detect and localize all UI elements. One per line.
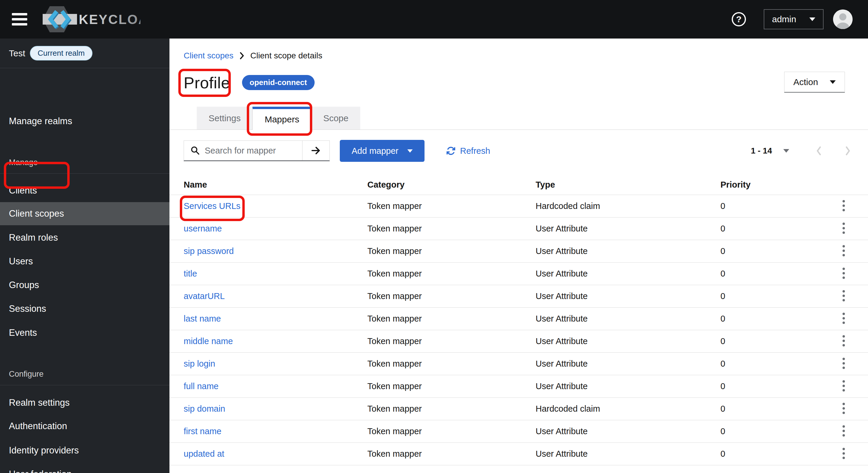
table-row: titleToken mapperUser Attribute0 (169, 262, 868, 285)
table-row: sip passwordToken mapperUser Attribute0 (169, 240, 868, 262)
row-kebab-menu-button[interactable] (839, 243, 848, 259)
breadcrumb-link-client-scopes[interactable]: Client scopes (184, 51, 234, 60)
row-kebab-menu-button[interactable] (839, 379, 848, 394)
tab-mappers[interactable]: Mappers (252, 107, 311, 130)
action-dropdown[interactable]: Action (784, 72, 845, 93)
row-kebab-menu-button[interactable] (839, 356, 848, 372)
tab-settings[interactable]: Settings (197, 107, 252, 130)
mapper-priority: 0 (706, 442, 825, 465)
table-row: Services URLsToken mapperHardcoded claim… (169, 195, 868, 217)
column-header-actions (825, 175, 868, 195)
mapper-priority: 0 (706, 420, 825, 442)
row-kebab-menu-button[interactable] (839, 311, 848, 327)
mapper-link[interactable]: updated at (184, 449, 224, 459)
chevron-down-icon (407, 149, 413, 153)
sidebar-item-client-scopes[interactable]: Client scopes (0, 202, 169, 225)
row-kebab-menu-button[interactable] (839, 446, 848, 462)
mapper-link[interactable]: last name (184, 314, 221, 323)
mapper-link[interactable]: first name (184, 426, 221, 436)
tab-scope[interactable]: Scope (311, 107, 360, 130)
avatar[interactable] (833, 9, 852, 29)
mapper-link[interactable]: sip password (184, 246, 234, 256)
row-kebab-menu-button[interactable] (839, 198, 848, 214)
row-kebab-menu-button[interactable] (839, 288, 848, 304)
table-row: first nameToken mapperUser Attribute0 (169, 420, 868, 442)
kebab-icon (842, 290, 845, 302)
row-kebab-menu-button[interactable] (839, 401, 848, 417)
sidebar-item-authentication[interactable]: Authentication (0, 415, 169, 438)
sidebar-item-users[interactable]: Users (0, 250, 169, 273)
kebab-icon (842, 312, 845, 325)
table-row: full nameToken mapperUser Attribute0 (169, 375, 868, 397)
tab-bar: Settings Mappers Scope (169, 107, 868, 130)
sidebar-item-events[interactable]: Events (0, 321, 169, 344)
mapper-type: User Attribute (521, 240, 706, 262)
pagination-options-toggle[interactable] (783, 149, 789, 153)
chevron-down-icon (830, 80, 836, 84)
mapper-priority: 0 (706, 262, 825, 285)
sidebar-item-realm-settings[interactable]: Realm settings (0, 391, 169, 414)
user-menu[interactable]: admin (764, 9, 824, 29)
sidebar-item-groups[interactable]: Groups (0, 273, 169, 297)
pagination-next-button[interactable] (844, 146, 851, 156)
mapper-link[interactable]: sip login (184, 359, 215, 368)
row-kebab-menu-button[interactable] (839, 333, 848, 349)
svg-text:?: ? (736, 14, 742, 24)
mapper-category: Token mapper (353, 307, 521, 330)
row-kebab-menu-button[interactable] (839, 423, 848, 439)
sidebar-item-realm-roles[interactable]: Realm roles (0, 226, 169, 249)
mapper-link[interactable]: Services URLs (184, 201, 241, 211)
user-menu-label: admin (772, 14, 796, 24)
mapper-category: Token mapper (353, 442, 521, 465)
mapper-link[interactable]: avatarURL (184, 291, 225, 301)
sidebar-section-manage: Manage (0, 152, 169, 174)
mapper-type: User Attribute (521, 375, 706, 397)
sidebar-item-clients[interactable]: Clients (0, 179, 169, 202)
mapper-category: Token mapper (353, 217, 521, 240)
column-header-type: Type (521, 175, 706, 195)
mapper-category: Token mapper (353, 420, 521, 442)
mapper-type: User Attribute (521, 217, 706, 240)
kebab-icon (842, 334, 845, 347)
kebab-icon (842, 267, 845, 279)
search-input[interactable] (204, 146, 302, 156)
page-title: Profile (184, 73, 230, 92)
kebab-icon (842, 402, 845, 415)
sidebar-item-user-federation[interactable]: User federation (0, 463, 169, 473)
search-submit-button[interactable] (302, 141, 330, 160)
mapper-category: Token mapper (353, 195, 521, 217)
nav-toggle-button[interactable] (12, 12, 27, 26)
mapper-link[interactable]: full name (184, 381, 219, 391)
action-dropdown-label: Action (793, 77, 818, 87)
mapper-priority: 0 (706, 307, 825, 330)
sidebar-item-manage-realms[interactable]: Manage realms (0, 110, 169, 133)
realm-switcher[interactable]: Test Current realm (0, 38, 169, 68)
mapper-priority: 0 (706, 397, 825, 420)
help-button[interactable]: ? (731, 11, 747, 27)
kebab-icon (842, 200, 845, 212)
row-kebab-menu-button[interactable] (839, 266, 848, 282)
breadcrumb-separator-icon (239, 52, 244, 60)
row-kebab-menu-button[interactable] (839, 221, 848, 237)
question-circle-icon: ? (731, 11, 747, 27)
mapper-priority: 0 (706, 195, 825, 217)
sidebar-item-identity-providers[interactable]: Identity providers (0, 439, 169, 462)
sidebar-item-sessions[interactable]: Sessions (0, 297, 169, 320)
mapper-link[interactable]: title (184, 269, 197, 278)
kebab-icon (842, 425, 845, 437)
refresh-button[interactable]: Refresh (446, 146, 490, 156)
mapper-link[interactable]: middle name (184, 336, 233, 346)
table-row: sip domainToken mapperHardcoded claim0 (169, 397, 868, 420)
mapper-priority: 0 (706, 285, 825, 307)
mapper-link[interactable]: sip domain (184, 404, 225, 413)
mapper-priority: 0 (706, 330, 825, 352)
mapper-link[interactable]: username (184, 224, 222, 233)
add-mapper-button[interactable]: Add mapper (340, 140, 425, 162)
brand-wordmark: KEYCLOAK (79, 12, 141, 27)
masthead: KEYCLOAK ? admin (0, 0, 868, 38)
mapper-priority: 0 (706, 240, 825, 262)
mapper-type: User Attribute (521, 442, 706, 465)
keycloak-logo: KEYCLOAK (43, 5, 141, 33)
pagination-prev-button[interactable] (815, 146, 823, 156)
table-row: middle nameToken mapperUser Attribute0 (169, 330, 868, 352)
